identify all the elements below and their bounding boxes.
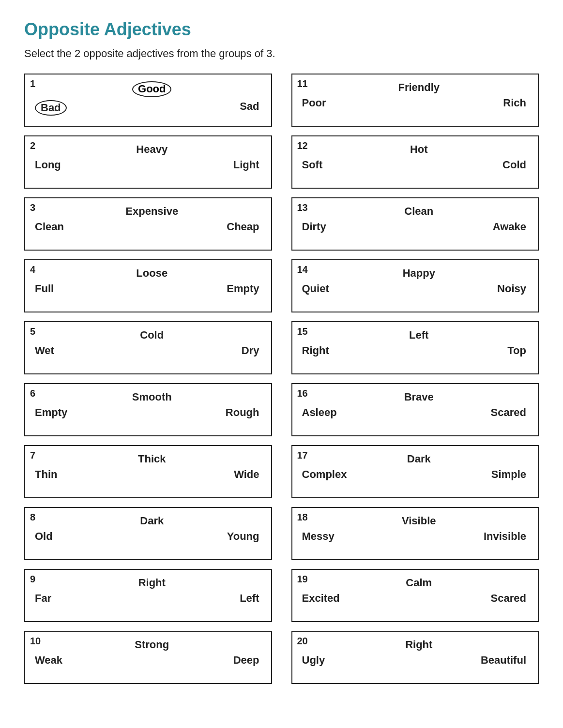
- card-6: 6SmoothEmptyRough: [24, 383, 272, 436]
- card-left-word-14: Quiet: [302, 282, 329, 295]
- card-right-word-6: Rough: [226, 406, 259, 419]
- card-number-2: 2: [30, 140, 35, 151]
- card-top-word-19: Calm: [297, 577, 532, 589]
- card-right-word-10: Deep: [233, 654, 259, 667]
- card-right-word-16: Scared: [491, 406, 526, 419]
- card-left-word-4: Full: [35, 282, 54, 295]
- card-left-word-11: Poor: [302, 97, 326, 109]
- card-number-20: 20: [297, 636, 308, 647]
- card-top-word-10: Strong: [30, 639, 264, 651]
- card-bottom-3: CleanCheap: [30, 218, 264, 233]
- card-top-word-18: Visible: [297, 515, 532, 527]
- card-right-word-5: Dry: [242, 344, 259, 357]
- card-bottom-5: WetDry: [30, 342, 264, 357]
- card-top-word-20: Right: [297, 639, 532, 651]
- card-top-word-5: Cold: [30, 329, 264, 342]
- card-number-8: 8: [30, 512, 35, 523]
- card-3: 3ExpensiveCleanCheap: [24, 197, 272, 251]
- card-top-word-2: Heavy: [30, 143, 264, 156]
- card-4: 4LooseFullEmpty: [24, 259, 272, 312]
- card-left-word-2: Long: [35, 159, 61, 171]
- card-bottom-20: UglyBeautiful: [297, 651, 532, 667]
- card-left-word-1: Bad: [35, 100, 67, 116]
- card-bottom-14: QuietNoisy: [297, 280, 532, 295]
- card-number-16: 16: [297, 388, 308, 399]
- card-16: 16BraveAsleepScared: [291, 383, 539, 436]
- card-right-word-17: Simple: [491, 468, 526, 481]
- card-top-word-3: Expensive: [30, 205, 264, 218]
- card-top-word-15: Left: [297, 329, 532, 342]
- card-number-9: 9: [30, 574, 35, 585]
- card-1: 1GoodBadSad: [24, 74, 272, 127]
- card-bottom-6: EmptyRough: [30, 403, 264, 419]
- card-number-18: 18: [297, 512, 308, 523]
- card-left-word-6: Empty: [35, 406, 67, 419]
- card-number-15: 15: [297, 326, 308, 337]
- subtitle: Select the 2 opposite adjectives from th…: [24, 47, 539, 60]
- card-number-12: 12: [297, 140, 308, 151]
- card-number-5: 5: [30, 326, 35, 337]
- card-left-word-7: Thin: [35, 468, 57, 481]
- card-top-word-8: Dark: [30, 515, 264, 527]
- card-12: 12HotSoftCold: [291, 135, 539, 189]
- card-right-word-13: Awake: [493, 221, 526, 233]
- card-right-word-3: Cheap: [227, 221, 259, 233]
- card-bottom-12: SoftCold: [297, 156, 532, 171]
- card-right-word-20: Beautiful: [481, 654, 526, 667]
- card-13: 13CleanDirtyAwake: [291, 197, 539, 251]
- card-17: 17DarkComplexSimple: [291, 445, 539, 498]
- card-2: 2HeavyLongLight: [24, 135, 272, 189]
- card-number-14: 14: [297, 264, 308, 275]
- card-9: 9RightFarLeft: [24, 569, 272, 622]
- card-bottom-2: LongLight: [30, 156, 264, 171]
- card-bottom-18: MessyInvisible: [297, 527, 532, 543]
- card-number-19: 19: [297, 574, 308, 585]
- cards-grid: 1GoodBadSad11FriendlyPoorRich2HeavyLongL…: [24, 74, 539, 684]
- card-14: 14HappyQuietNoisy: [291, 259, 539, 312]
- card-left-word-15: Right: [302, 344, 329, 357]
- card-top-word-11: Friendly: [297, 81, 532, 94]
- page-title: Opposite Adjectives: [24, 19, 539, 40]
- card-right-word-14: Noisy: [497, 282, 526, 295]
- card-bottom-7: ThinWide: [30, 465, 264, 481]
- card-bottom-13: DirtyAwake: [297, 218, 532, 233]
- card-bottom-11: PoorRich: [297, 94, 532, 109]
- card-bottom-10: WeakDeep: [30, 651, 264, 667]
- card-left-word-3: Clean: [35, 221, 64, 233]
- card-bottom-17: ComplexSimple: [297, 465, 532, 481]
- card-number-3: 3: [30, 202, 35, 213]
- card-left-word-16: Asleep: [302, 406, 337, 419]
- card-bottom-8: OldYoung: [30, 527, 264, 543]
- card-top-word-9: Right: [30, 577, 264, 589]
- card-15: 15LeftRightTop: [291, 321, 539, 374]
- card-top-word-12: Hot: [297, 143, 532, 156]
- card-18: 18VisibleMessyInvisible: [291, 507, 539, 560]
- card-left-word-13: Dirty: [302, 221, 326, 233]
- card-number-13: 13: [297, 202, 308, 213]
- card-right-word-2: Light: [233, 159, 259, 171]
- card-bottom-15: RightTop: [297, 342, 532, 357]
- card-top-word-16: Brave: [297, 391, 532, 403]
- card-right-word-4: Empty: [227, 282, 259, 295]
- card-bottom-16: AsleepScared: [297, 403, 532, 419]
- card-bottom-1: BadSad: [30, 97, 264, 116]
- card-bottom-9: FarLeft: [30, 589, 264, 605]
- card-left-word-20: Ugly: [302, 654, 325, 667]
- card-top-word-1: Good: [30, 81, 264, 97]
- card-left-word-5: Wet: [35, 344, 54, 357]
- card-right-word-19: Scared: [491, 592, 526, 605]
- card-bottom-19: ExcitedScared: [297, 589, 532, 605]
- card-number-4: 4: [30, 264, 35, 275]
- card-7: 7ThickThinWide: [24, 445, 272, 498]
- card-right-word-15: Top: [507, 344, 526, 357]
- card-number-7: 7: [30, 450, 35, 461]
- card-19: 19CalmExcitedScared: [291, 569, 539, 622]
- card-20: 20RightUglyBeautiful: [291, 631, 539, 684]
- card-right-word-9: Left: [240, 592, 259, 605]
- card-left-word-8: Old: [35, 530, 53, 543]
- card-right-word-12: Cold: [502, 159, 526, 171]
- card-10: 10StrongWeakDeep: [24, 631, 272, 684]
- card-left-word-17: Complex: [302, 468, 347, 481]
- card-top-word-17: Dark: [297, 453, 532, 465]
- card-left-word-10: Weak: [35, 654, 62, 667]
